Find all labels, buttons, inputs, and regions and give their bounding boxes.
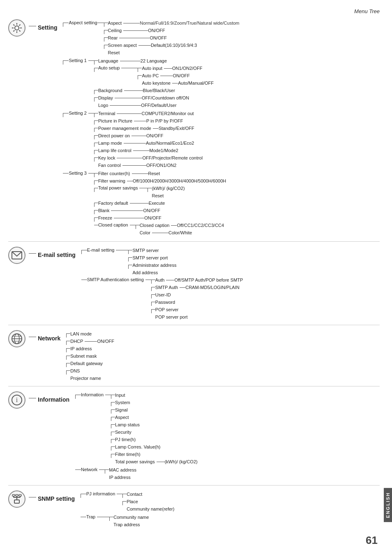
svg-point-0 — [15, 26, 19, 30]
snmp-label: SNMP setting — [38, 495, 75, 502]
page-title: Menu Tree — [8, 8, 380, 14]
email-icon — [8, 247, 25, 264]
language-tab: ENGLISH — [384, 488, 392, 522]
svg-rect-15 — [12, 495, 15, 496]
information-label: Information — [38, 396, 69, 403]
snmp-icon — [8, 490, 25, 508]
information-tree: Information Input System Signal Aspect L… — [75, 391, 198, 481]
setting-tree: Aspect setting Aspect Normal/Full/16:9/Z… — [63, 19, 239, 237]
network-tree: LAN mode DHCPON/OFF IP address Subnet ma… — [66, 330, 114, 382]
email-label: E-mail setting — [38, 252, 76, 258]
svg-text:i: i — [16, 396, 18, 403]
setting-label: Setting — [38, 24, 57, 31]
page: Menu Tree Setting Aspect setting — [0, 0, 392, 555]
information-icon: i — [8, 391, 25, 409]
snmp-tree: PJ information Contact Place Community n… — [81, 490, 174, 528]
svg-rect-17 — [19, 495, 21, 496]
svg-rect-9 — [14, 500, 19, 503]
email-tree: E-mail setting SMTP server SMTP server p… — [81, 247, 243, 321]
page-number: 61 — [366, 534, 378, 547]
network-label: Network — [38, 335, 60, 342]
svg-rect-16 — [16, 495, 18, 496]
setting-icon — [8, 19, 25, 37]
network-icon — [8, 330, 25, 347]
